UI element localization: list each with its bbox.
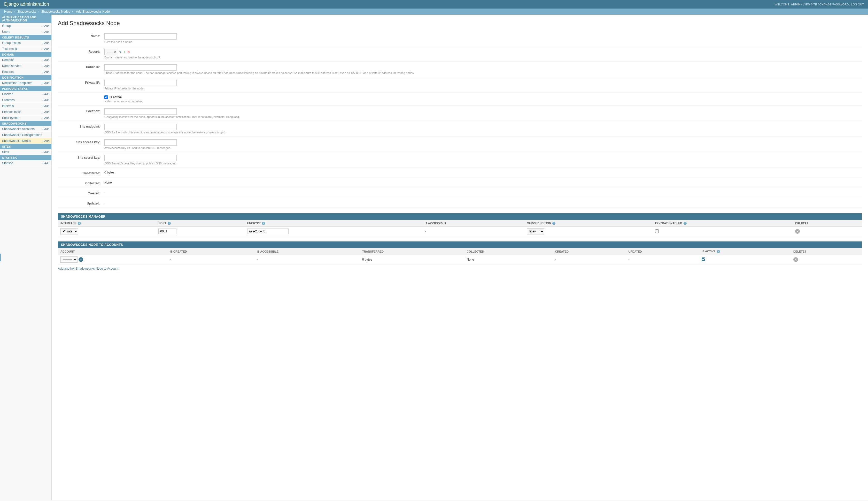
label-sns-access-key: Sns access key: [58, 139, 105, 144]
breadcrumb-shadowsocks[interactable]: Shadowsocks [17, 10, 36, 13]
acc-cell-transferred: 0 bytes [360, 255, 464, 265]
add-account-button[interactable]: + [78, 257, 83, 262]
sidebar-groups-link[interactable]: Groups [2, 24, 12, 28]
th-encrypt: ENCRYPT ? [245, 220, 422, 227]
form-row-record: Record: --------- ✎ + ✕ Domain name reso… [58, 46, 862, 62]
help-icon-v2ray[interactable]: ? [683, 222, 686, 225]
sidebar: « AUTHENTICATION AND AUTHORIZATION Group… [0, 15, 52, 500]
form-row-sns-secret-key: Sns secret key: AWS Secret Access Key us… [58, 152, 862, 168]
checkbox-is-active[interactable] [105, 95, 108, 99]
sidebar-statistic-add[interactable]: + Add [42, 162, 50, 165]
field-sns-secret-key: AWS Secret Access Key used to publish SN… [105, 155, 862, 165]
sidebar-section-sites: SITES [0, 144, 52, 149]
sidebar-group-results-link[interactable]: Group results [2, 41, 21, 45]
log-out-link[interactable]: LOG OUT [851, 3, 864, 6]
header-nav: WELCOME, ADMIN · VIEW SITE / CHANGE PASS… [775, 3, 864, 6]
manager-delete-button[interactable]: ✕ [795, 229, 800, 234]
input-sns-access-key[interactable] [105, 139, 177, 146]
select-server-edition[interactable]: libev python [527, 228, 544, 234]
value-collected: None [105, 181, 112, 184]
help-icon-encrypt[interactable]: ? [262, 222, 265, 225]
sidebar-clocked-add[interactable]: + Add [42, 93, 50, 96]
sidebar-sites-add[interactable]: + Add [42, 150, 50, 153]
record-controls: --------- ✎ + ✕ [105, 49, 862, 55]
sidebar-domains-add[interactable]: + Add [42, 58, 50, 62]
sidebar-item-sites: Sites + Add [0, 149, 52, 155]
breadcrumb-shadowsocks-nodes[interactable]: Shadowsocks Nodes [41, 10, 70, 13]
sidebar-crontabs-add[interactable]: + Add [42, 98, 50, 102]
field-created: - [105, 191, 862, 194]
sidebar-notification-templates-link[interactable]: Notification Templates [2, 81, 32, 85]
sidebar-solar-events-add[interactable]: + Add [42, 116, 50, 119]
view-site-link[interactable]: VIEW SITE [803, 3, 817, 6]
select-account[interactable]: --------- [61, 256, 77, 263]
sidebar-group-results-add[interactable]: + Add [42, 41, 50, 44]
sidebar-crontabs-link[interactable]: Crontabs [2, 98, 15, 102]
th-port: PORT ? [156, 220, 244, 227]
input-location[interactable] [105, 108, 177, 115]
add-another-account-link[interactable]: Add another Shadowsocks Node to Account [58, 267, 118, 270]
input-port[interactable] [158, 228, 176, 234]
sidebar-solar-events-link[interactable]: Solar events [2, 116, 19, 120]
sidebar-name-servers-link[interactable]: Name servers [2, 64, 21, 68]
sidebar-records-link[interactable]: Records [2, 70, 14, 74]
change-password-link[interactable]: CHANGE PASSWORD [820, 3, 849, 6]
sidebar-task-results-add[interactable]: + Add [42, 47, 50, 51]
sidebar-periodic-tasks-link[interactable]: Periodic tasks [2, 110, 21, 114]
sidebar-records-add[interactable]: + Add [42, 70, 50, 73]
sidebar-shadowsocks-configurations-link[interactable]: Shadowsocks Configurations [2, 133, 42, 137]
sidebar-shadowsocks-accounts-add[interactable]: + Add [42, 127, 50, 130]
sidebar-intervals-link[interactable]: Intervals [2, 104, 14, 108]
sidebar-shadowsocks-accounts-link[interactable]: Shadowsocks Accounts [2, 127, 35, 131]
field-sns-access-key: AWS Access Key ID used to publish SNS me… [105, 139, 862, 149]
help-icon-interface[interactable]: ? [78, 222, 81, 225]
sidebar-users-link[interactable]: Users [2, 30, 10, 34]
help-sns-secret-key: AWS Secret Access Key used to publish SN… [105, 162, 862, 165]
header: Django administration WELCOME, ADMIN · V… [0, 0, 868, 9]
sidebar-task-results-link[interactable]: Task results [2, 47, 18, 51]
sidebar-sites-link[interactable]: Sites [2, 150, 9, 154]
sidebar-groups-add[interactable]: + Add [42, 24, 50, 28]
acc-delete-button[interactable]: ✕ [793, 257, 798, 262]
sidebar-shadowsocks-nodes-link[interactable]: Shadowsocks Nodes [2, 139, 31, 143]
value-transferred: 0 bytes [105, 171, 114, 174]
input-encrypt[interactable] [247, 228, 288, 234]
clear-icon[interactable]: ✕ [127, 50, 130, 54]
input-name[interactable] [105, 33, 177, 40]
sidebar-domains-link[interactable]: Domains [2, 58, 14, 62]
help-is-active: Is this node ready to be online [105, 100, 862, 103]
input-public-ip[interactable] [105, 64, 177, 71]
checkbox-v2ray[interactable] [655, 229, 659, 233]
input-private-ip[interactable] [105, 80, 177, 86]
username-link[interactable]: ADMIN [791, 3, 800, 6]
form-row-sns-access-key: Sns access key: AWS Access Key ID used t… [58, 137, 862, 152]
help-icon-port[interactable]: ? [168, 222, 171, 225]
th-acc-is-active: IS ACTIVE ? [699, 248, 791, 255]
th-is-v2ray-enabled: IS V2RAY ENABLED ? [652, 220, 793, 227]
field-updated: - [105, 201, 862, 204]
select-interface[interactable]: Private Public [61, 228, 78, 234]
sidebar-clocked-link[interactable]: Clocked [2, 92, 13, 96]
sidebar-periodic-tasks-add[interactable]: + Add [42, 110, 50, 114]
sidebar-statistic-link[interactable]: Statistic [2, 161, 13, 165]
sidebar-item-notification-templates: Notification Templates + Add [0, 80, 52, 86]
sidebar-item-shadowsocks-accounts: Shadowsocks Accounts + Add [0, 126, 52, 132]
add-icon[interactable]: + [123, 50, 125, 54]
value-created: - [105, 191, 106, 194]
help-icon-is-active[interactable]: ? [717, 250, 720, 253]
record-select[interactable]: --------- [105, 49, 117, 55]
sidebar-notification-templates-add[interactable]: + Add [42, 82, 50, 85]
acc-cell-delete: ✕ [791, 255, 862, 265]
sidebar-name-servers-add[interactable]: + Add [42, 64, 50, 67]
input-sns-endpoint[interactable] [105, 124, 177, 130]
help-icon-server-edition[interactable]: ? [552, 222, 556, 225]
sidebar-users-add[interactable]: + Add [42, 30, 50, 33]
sidebar-intervals-add[interactable]: + Add [42, 105, 50, 108]
checkbox-acc-is-active[interactable] [702, 257, 705, 261]
breadcrumb-home[interactable]: Home [4, 10, 12, 13]
app-title: Django administration [4, 2, 49, 7]
sidebar-collapse-button[interactable]: « [0, 254, 1, 262]
input-sns-secret-key[interactable] [105, 155, 177, 161]
sidebar-shadowsocks-nodes-add[interactable]: + Add [42, 139, 50, 142]
help-name: Give the node a name. [105, 40, 862, 43]
